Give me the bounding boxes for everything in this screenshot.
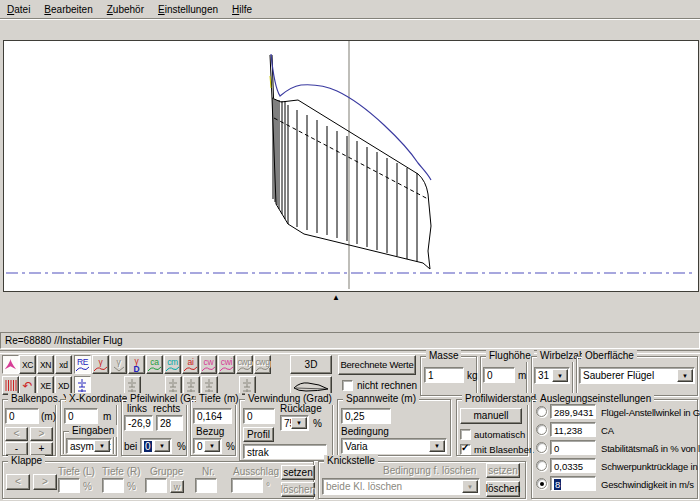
- chevron-down-icon[interactable]: ▼: [204, 440, 220, 452]
- wing-plot-canvas[interactable]: [3, 40, 699, 292]
- chevron-down-icon[interactable]: ▼: [291, 417, 307, 429]
- geschwindigkeit-label: Geschwindigkeit in m/s: [601, 479, 694, 491]
- stabilitaet-input[interactable]: 0: [550, 440, 596, 455]
- chevron-down-icon[interactable]: ▼: [154, 440, 170, 452]
- chevron-down-icon[interactable]: ▼: [462, 480, 478, 493]
- geschwindigkeit-input[interactable]: 8: [550, 476, 596, 491]
- xc-button[interactable]: XC: [19, 355, 36, 374]
- knickstelle-loeschen-button[interactable]: löschen: [486, 481, 520, 497]
- tiefe-input[interactable]: 0,164: [193, 408, 232, 424]
- auslegung-radio-geschwindigkeit[interactable]: [536, 478, 547, 489]
- nr-input[interactable]: [195, 478, 217, 493]
- gruppe-w-button[interactable]: w: [170, 480, 184, 493]
- cwg-curve-button-disabled[interactable]: cwg: [254, 355, 271, 374]
- application-window: Datei Bearbeiten Zubehör Einstellungen H…: [0, 0, 700, 501]
- chevron-down-icon[interactable]: ▼: [677, 369, 693, 382]
- cwi-curve-button[interactable]: cwi: [218, 355, 235, 374]
- klappe-loeschen-button[interactable]: löschen: [281, 482, 315, 497]
- ruecklage-select[interactable]: 75 ▼: [280, 415, 309, 431]
- balkenpos-next-button[interactable]: >: [30, 427, 53, 441]
- status-text: Re=68880 //Instabiler Flug: [5, 335, 123, 346]
- menu-einstellungen[interactable]: Einstellungen: [151, 2, 225, 17]
- mit-blasenber-checkbox[interactable]: ✓: [460, 444, 471, 455]
- tiefe-l-input[interactable]: [58, 478, 80, 493]
- position-marker[interactable]: ▲: [332, 292, 340, 304]
- profil-input[interactable]: strak: [243, 444, 327, 459]
- auslegung-radio-anstellwinkel[interactable]: [536, 406, 547, 417]
- knickstelle-select[interactable]: beide Kl. löschen ▼: [322, 478, 480, 495]
- ausschlag-label: Ausschlag: [233, 466, 279, 478]
- klappe-setzen-button[interactable]: setzen: [281, 465, 315, 480]
- klappe-next-button[interactable]: >: [33, 474, 57, 490]
- cwp-curve-button-disabled[interactable]: cwp: [236, 355, 253, 374]
- manuell-button[interactable]: manuell: [460, 408, 522, 424]
- oberflaeche-select[interactable]: Sauberer Flügel ▼: [579, 367, 695, 384]
- balkenpos-prev-button[interactable]: <: [5, 427, 28, 441]
- xkoordinate-input[interactable]: 0: [64, 408, 98, 424]
- tiefe-r-input[interactable]: [102, 478, 124, 493]
- schwerpunkt-input[interactable]: 0,0335: [550, 458, 596, 473]
- mit-blasenber-label: mit Blasenber.: [474, 444, 534, 456]
- ausschlag-degree: °: [266, 481, 270, 493]
- spannweite-input[interactable]: 0,25: [341, 408, 391, 424]
- glider-view-toggle[interactable]: [2, 355, 19, 374]
- xd-small-button[interactable]: xd: [55, 355, 72, 374]
- lift-distribution-curve: [271, 54, 431, 180]
- balkenpos-input[interactable]: 0: [5, 408, 39, 424]
- wirbelzahl-select[interactable]: 31 ▼: [534, 367, 570, 384]
- auslegung-radio-schwerpunkt[interactable]: [536, 460, 547, 471]
- chevron-down-icon[interactable]: ▼: [94, 440, 110, 452]
- profil-button[interactable]: Profil: [243, 427, 274, 442]
- nicht-rechnen-checkbox[interactable]: [342, 380, 353, 391]
- auslegung-radio-stabilitaet[interactable]: [536, 442, 547, 453]
- gamma-curve-button[interactable]: γ: [92, 355, 109, 374]
- bedingung-select[interactable]: Varia ▼: [341, 438, 447, 454]
- ruecklage-label: Rücklage: [280, 403, 322, 415]
- re-curve-toggle[interactable]: RE: [74, 355, 91, 374]
- automatisch-checkbox[interactable]: [460, 429, 471, 440]
- flughoehe-input[interactable]: 0: [483, 367, 515, 383]
- ca-label: CA: [601, 425, 614, 437]
- bei-select[interactable]: 0 ▼: [140, 438, 172, 454]
- cwi-curve-icon: [220, 366, 234, 372]
- verwindung-input[interactable]: 0: [243, 408, 275, 424]
- pfeilwinkel-links-input[interactable]: -26,9: [124, 415, 153, 431]
- bezug-select[interactable]: 0 ▼: [193, 438, 222, 454]
- stabilitaet-label: Stabilitätsmaß in % von lu: [601, 443, 700, 455]
- cw-curve-button[interactable]: cw: [200, 355, 217, 374]
- cm-curve-icon: [166, 366, 180, 372]
- menu-zubehoer[interactable]: Zubehör: [100, 2, 151, 17]
- undo-icon: ↶: [22, 381, 32, 391]
- klappe-prev-button[interactable]: <: [6, 474, 30, 490]
- gamma-v-button-disabled[interactable]: γ: [110, 355, 127, 374]
- menu-bearbeiten[interactable]: Bearbeiten: [37, 2, 99, 17]
- flying-wing-icon: [4, 358, 17, 371]
- ai-curve-button[interactable]: ai: [182, 355, 199, 374]
- gamma-d-button[interactable]: γ D: [128, 355, 145, 374]
- tiefe-r-percent: %: [127, 481, 136, 493]
- view-3d-button[interactable]: 3D: [290, 355, 332, 374]
- cm-curve-button[interactable]: cm: [164, 355, 181, 374]
- ca-curve-button[interactable]: ca: [146, 355, 163, 374]
- xn-button[interactable]: XN: [37, 355, 54, 374]
- eingaben-select[interactable]: asymmet ▼: [66, 438, 112, 454]
- bedingung-label: Bedingung: [341, 426, 389, 438]
- menu-hilfe[interactable]: Hilfe: [225, 2, 259, 17]
- pfeilwinkel-rechts-label: rechts: [153, 403, 180, 415]
- pfeilwinkel-rechts-input[interactable]: 28: [156, 415, 183, 431]
- ai-curve-icon: [184, 366, 198, 372]
- chevron-down-icon[interactable]: ▼: [429, 440, 445, 452]
- balkenpos-minus-button[interactable]: -: [5, 442, 28, 456]
- berechnete-werte-button[interactable]: Berechnete Werte: [338, 355, 416, 375]
- ausschlag-input[interactable]: [231, 478, 263, 493]
- gruppe-label: Gruppe: [150, 466, 183, 478]
- ca-input[interactable]: 11,238: [550, 422, 596, 437]
- knickstelle-setzen-button[interactable]: setzen: [486, 463, 520, 478]
- balkenpos-plus-button[interactable]: +: [30, 442, 53, 456]
- chevron-down-icon[interactable]: ▼: [552, 369, 568, 382]
- masse-input[interactable]: 1: [424, 367, 464, 383]
- menu-datei[interactable]: Datei: [0, 2, 37, 17]
- auslegung-radio-ca[interactable]: [536, 424, 547, 435]
- anstellwinkel-input[interactable]: 289,9431: [550, 404, 596, 419]
- gruppe-input[interactable]: [145, 478, 167, 493]
